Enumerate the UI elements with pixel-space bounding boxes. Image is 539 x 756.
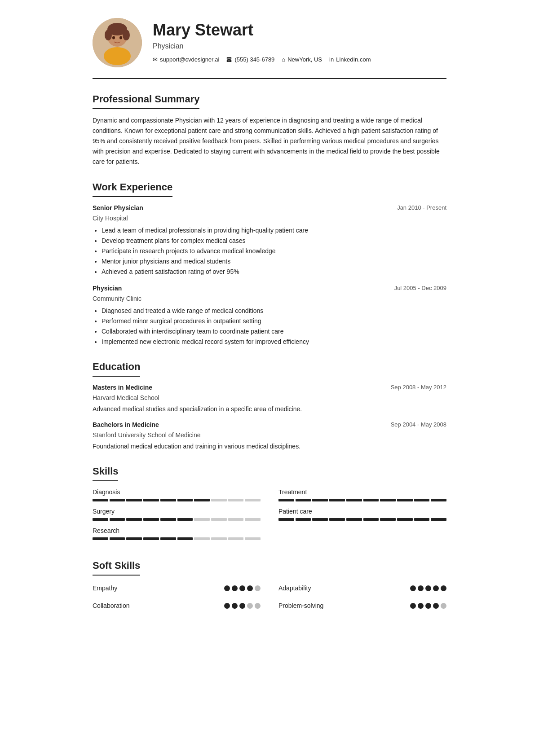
edu-0: Masters in Medicine Sep 2008 - May 2012 … bbox=[93, 383, 446, 414]
soft-skill-name: Adaptability bbox=[278, 584, 311, 593]
skill-item-1: Treatment bbox=[278, 488, 446, 501]
dot-filled bbox=[239, 603, 245, 609]
summary-title: Professional Summary bbox=[93, 92, 199, 109]
list-item: Develop treatment plans for complex medi… bbox=[102, 236, 446, 246]
location-text: NewYork, US bbox=[287, 55, 322, 64]
header-info: Mary Stewart Physician ✉ support@cvdesig… bbox=[153, 21, 446, 64]
list-item: Performed minor surgical procedures in o… bbox=[102, 316, 446, 326]
skill-bar-filled bbox=[380, 518, 396, 521]
dot-filled bbox=[433, 585, 439, 591]
svg-point-5 bbox=[123, 30, 130, 40]
skill-bar-filled bbox=[397, 518, 413, 521]
soft-skill-name: Problem-solving bbox=[278, 601, 323, 611]
skill-bar-filled bbox=[110, 537, 125, 540]
education-title: Education bbox=[93, 359, 140, 377]
skill-bar-filled bbox=[143, 499, 159, 501]
skills-title: Skills bbox=[93, 464, 118, 481]
skill-bar-filled bbox=[414, 499, 430, 501]
soft-skills-title: Soft Skills bbox=[93, 558, 140, 576]
skill-bar-filled bbox=[397, 499, 413, 501]
skill-name: Patient care bbox=[278, 507, 446, 516]
skill-name: Treatment bbox=[278, 488, 446, 497]
header: Mary Stewart Physician ✉ support@cvdesig… bbox=[93, 18, 446, 79]
skill-bar-filled bbox=[431, 499, 446, 501]
list-item: Lead a team of medical professionals in … bbox=[102, 226, 446, 235]
soft-skill-dots bbox=[224, 603, 261, 609]
list-item: Participate in research projects to adva… bbox=[102, 246, 446, 256]
edu-1-degree: Bachelors in Medicine bbox=[93, 420, 159, 430]
skills-grid: DiagnosisTreatmentSurgeryPatient careRes… bbox=[93, 488, 446, 545]
edu-0-desc: Advanced medical studies and specializat… bbox=[93, 404, 446, 414]
skill-bar-filled bbox=[329, 518, 345, 521]
skill-bar-filled bbox=[329, 499, 345, 501]
skill-bar bbox=[93, 499, 261, 501]
svg-point-4 bbox=[105, 30, 112, 40]
skill-bar-filled bbox=[110, 518, 125, 521]
contact-bar: ✉ support@cvdesigner.ai 🕿 (555) 345-6789… bbox=[153, 55, 446, 64]
skill-bar-filled bbox=[110, 499, 125, 501]
skill-bar-filled bbox=[93, 499, 108, 501]
skill-bar-filled bbox=[177, 499, 193, 501]
linkedin-text: LinkedIn.com bbox=[336, 55, 371, 64]
skill-bar-filled bbox=[93, 518, 108, 521]
job-1-bullets: Diagnosed and treated a wide range of me… bbox=[93, 306, 446, 347]
edu-0-header: Masters in Medicine Sep 2008 - May 2012 bbox=[93, 383, 446, 392]
list-item: Mentor junior physicians and medical stu… bbox=[102, 257, 446, 266]
skill-bar bbox=[278, 499, 446, 501]
dot-filled bbox=[410, 585, 416, 591]
skill-bar-filled bbox=[414, 518, 430, 521]
dot-filled bbox=[232, 585, 238, 591]
svg-point-6 bbox=[112, 36, 115, 40]
skill-bar-empty bbox=[245, 499, 261, 501]
skill-bar-filled bbox=[363, 518, 379, 521]
skill-bar-filled bbox=[160, 537, 176, 540]
skills-section: Skills DiagnosisTreatmentSurgeryPatient … bbox=[93, 464, 446, 545]
linkedin-contact: in LinkedIn.com bbox=[329, 55, 371, 64]
skill-bar-filled bbox=[143, 537, 159, 540]
skill-bar-empty bbox=[211, 499, 227, 501]
experience-title: Work Experience bbox=[93, 180, 172, 197]
soft-skill-item-1: Adaptability bbox=[278, 582, 446, 595]
dot-filled bbox=[441, 585, 446, 591]
skill-bar-filled bbox=[346, 518, 362, 521]
skill-bar bbox=[93, 537, 261, 540]
edu-1-desc: Foundational medical education and train… bbox=[93, 442, 446, 451]
soft-skill-name: Empathy bbox=[93, 584, 117, 593]
skill-bar-filled bbox=[296, 518, 311, 521]
job-0-bullets: Lead a team of medical professionals in … bbox=[93, 226, 446, 277]
skill-bar-empty bbox=[194, 537, 210, 540]
dot-filled bbox=[224, 603, 230, 609]
skill-bar bbox=[278, 518, 446, 521]
list-item: Implemented new electronic medical recor… bbox=[102, 337, 446, 347]
dot-filled bbox=[418, 603, 424, 609]
edu-1-date: Sep 2004 - May 2008 bbox=[391, 420, 446, 429]
soft-skill-dots bbox=[410, 585, 446, 591]
dot-filled bbox=[410, 603, 416, 609]
soft-skill-item-2: Collaboration bbox=[93, 599, 261, 612]
summary-text: Dynamic and compassionate Physician with… bbox=[93, 115, 446, 167]
dot-filled bbox=[224, 585, 230, 591]
skill-name: Diagnosis bbox=[93, 488, 261, 497]
candidate-name: Mary Stewart bbox=[153, 21, 446, 39]
dot-empty bbox=[255, 585, 261, 591]
soft-skill-item-3: Problem-solving bbox=[278, 599, 446, 612]
phone-text: (555) 345-6789 bbox=[234, 55, 274, 64]
skill-bar-empty bbox=[228, 537, 244, 540]
job-0: Senior Physician Jan 2010 - Present City… bbox=[93, 203, 446, 277]
edu-1: Bachelors in Medicine Sep 2004 - May 200… bbox=[93, 420, 446, 451]
job-0-title: Senior Physician bbox=[93, 203, 143, 213]
location-icon: ⌂ bbox=[282, 55, 285, 64]
edu-1-header: Bachelors in Medicine Sep 2004 - May 200… bbox=[93, 420, 446, 430]
job-1: Physician Jul 2005 - Dec 2009 Community … bbox=[93, 284, 446, 347]
soft-skill-dots bbox=[224, 585, 261, 591]
job-1-date: Jul 2005 - Dec 2009 bbox=[394, 284, 446, 293]
email-text: support@cvdesigner.ai bbox=[160, 55, 219, 64]
skill-bar-filled bbox=[160, 518, 176, 521]
dot-filled bbox=[433, 603, 439, 609]
education-section: Education Masters in Medicine Sep 2008 -… bbox=[93, 359, 446, 451]
skill-bar-filled bbox=[278, 499, 294, 501]
job-0-company: City Hospital bbox=[93, 214, 446, 223]
list-item: Achieved a patient satisfaction rating o… bbox=[102, 267, 446, 277]
skill-bar-empty bbox=[211, 518, 227, 521]
skill-item-3: Patient care bbox=[278, 507, 446, 521]
